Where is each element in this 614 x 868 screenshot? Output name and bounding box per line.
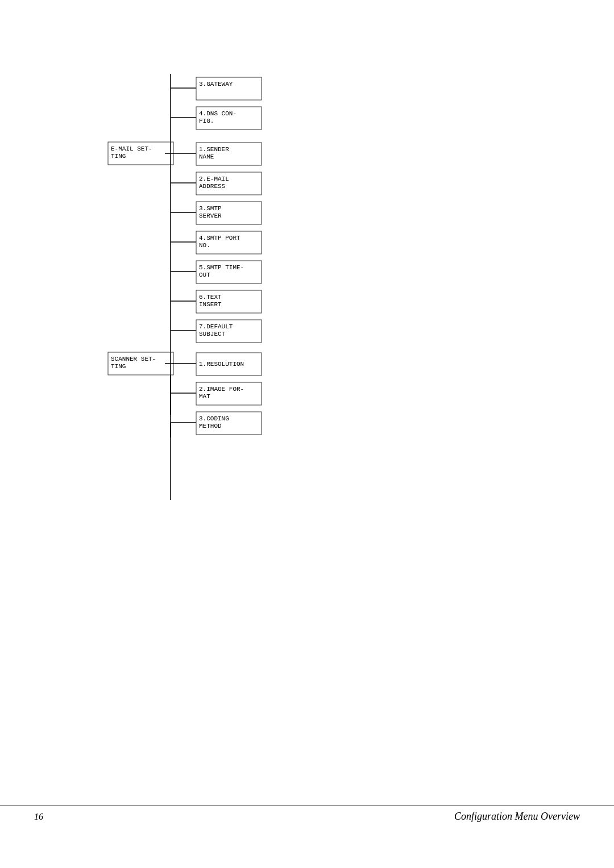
svg-text:SERVER: SERVER [199, 212, 222, 219]
footer: 16 Configuration Menu Overview [0, 806, 614, 823]
svg-text:2.IMAGE FOR-: 2.IMAGE FOR- [199, 386, 244, 393]
svg-text:3.CODING: 3.CODING [199, 415, 229, 422]
svg-text:INSERT: INSERT [199, 301, 222, 308]
svg-text:TING: TING [111, 153, 126, 160]
svg-text:6.TEXT: 6.TEXT [199, 294, 222, 301]
page-title: Configuration Menu Overview [454, 811, 580, 823]
svg-text:2.E-MAIL: 2.E-MAIL [199, 176, 229, 182]
page-number: 16 [34, 812, 43, 822]
svg-text:3.GATEWAY: 3.GATEWAY [199, 81, 233, 87]
svg-text:SCANNER SET-: SCANNER SET- [111, 356, 156, 362]
svg-text:MAT: MAT [199, 393, 210, 400]
svg-text:1.SENDER: 1.SENDER [199, 146, 229, 153]
svg-text:5.SMTP TIME-: 5.SMTP TIME- [199, 264, 244, 271]
svg-text:4.DNS CON-: 4.DNS CON- [199, 110, 237, 117]
svg-text:E-MAIL SET-: E-MAIL SET- [111, 145, 152, 152]
svg-text:METHOD: METHOD [199, 423, 222, 429]
menu-tree-diagram: text.label { font-family: 'Courier New',… [97, 74, 347, 585]
svg-text:OUT: OUT [199, 272, 210, 278]
svg-text:7.DEFAULT: 7.DEFAULT [199, 323, 233, 330]
page: text.label { font-family: 'Courier New',… [0, 0, 614, 868]
svg-text:3.SMTP: 3.SMTP [199, 205, 222, 212]
svg-text:ADDRESS: ADDRESS [199, 183, 226, 190]
svg-text:NAME: NAME [199, 153, 214, 160]
svg-text:NO.: NO. [199, 242, 210, 249]
svg-text:4.SMTP PORT: 4.SMTP PORT [199, 235, 240, 241]
svg-text:1.RESOLUTION: 1.RESOLUTION [199, 361, 244, 368]
svg-text:SUBJECT: SUBJECT [199, 331, 226, 337]
svg-text:TING: TING [111, 363, 126, 370]
svg-text:FIG.: FIG. [199, 118, 214, 124]
